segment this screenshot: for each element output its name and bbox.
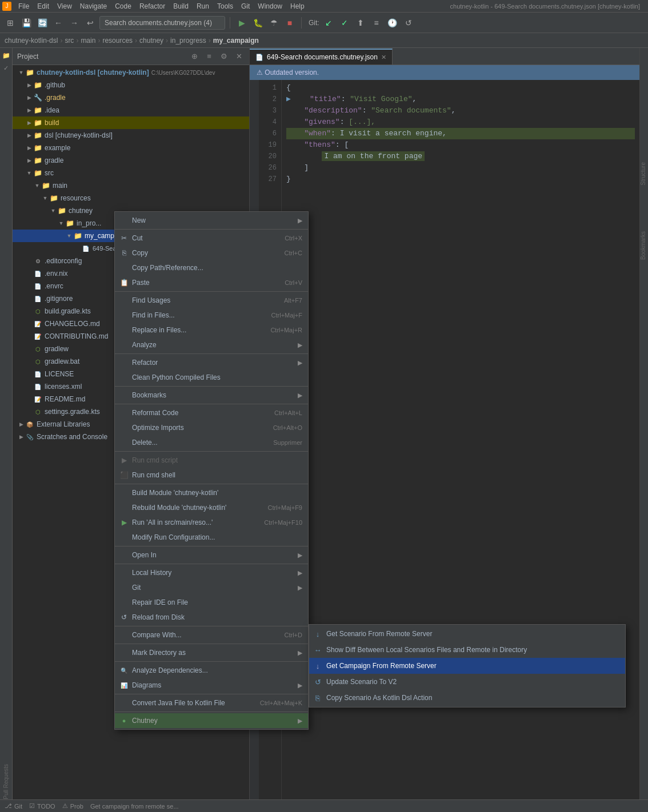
- chutney-item-update-scenario[interactable]: ↺ Update Scenario To V2: [309, 674, 625, 690]
- toolbar-forward-btn[interactable]: →: [67, 16, 81, 30]
- tree-root[interactable]: ▼ 📁 chutney-kotlin-dsl [chutney-kotlin] …: [13, 66, 249, 79]
- tree-icon-gradlew: ⬡: [33, 344, 42, 353]
- ctx-diagrams[interactable]: 📊 Diagrams ▶: [115, 678, 308, 693]
- ctx-modify-run[interactable]: Modify Run Configuration...: [115, 530, 308, 545]
- tree-item-main[interactable]: ▼ 📁 main: [13, 179, 249, 192]
- git-more-btn[interactable]: ≡: [370, 16, 383, 30]
- breadcrumb-item-0[interactable]: chutney-kotlin-dsl: [5, 37, 58, 45]
- chutney-item-show-diff[interactable]: ↔ Show Diff Between Local Scenarios File…: [309, 642, 625, 658]
- tree-item-gradle2[interactable]: ▶ 📁 gradle: [13, 154, 249, 167]
- tree-item-build[interactable]: ▶ 📁 build: [13, 116, 249, 129]
- toolbar-back-btn[interactable]: ←: [51, 16, 65, 30]
- toolbar-project-btn[interactable]: ⊞: [3, 16, 17, 30]
- chutney-item-get-campaign[interactable]: ↓ Get Campaign From Remote Server: [309, 658, 625, 674]
- toolbar-undo-btn[interactable]: ↩: [83, 16, 97, 30]
- ctx-run-all[interactable]: ▶ Run 'All in src/main/reso...' Ctrl+Maj…: [115, 515, 308, 530]
- tree-item-gradle[interactable]: ▶ 🔧 .gradle: [13, 91, 249, 104]
- breadcrumb-item-6[interactable]: my_campaign: [213, 37, 259, 45]
- menu-run[interactable]: Run: [193, 1, 213, 11]
- chutney-item-get-scenario[interactable]: ↓ Get Scenario From Remote Server: [309, 626, 625, 642]
- tree-item-github[interactable]: ▶ 📁 .github: [13, 79, 249, 91]
- revert-btn[interactable]: ↺: [402, 16, 415, 30]
- ctx-reload-disk[interactable]: ↺ Reload from Disk: [115, 610, 308, 625]
- ctx-chutney[interactable]: ● Chutney ▶: [115, 713, 308, 728]
- tree-item-idea[interactable]: ▶ 📁 .idea: [13, 104, 249, 116]
- menu-navigate[interactable]: Navigate: [77, 1, 110, 11]
- ctx-build-module[interactable]: Build Module 'chutney-kotlin': [115, 485, 308, 500]
- ctx-open-in[interactable]: Open In ▶: [115, 548, 308, 562]
- panel-close-icon[interactable]: ✕: [233, 51, 245, 62]
- ctx-copy[interactable]: ⎘ Copy Ctrl+C: [115, 246, 308, 260]
- run-btn[interactable]: ▶: [235, 16, 249, 30]
- ctx-optimize-imports[interactable]: Optimize Imports Ctrl+Alt+O: [115, 420, 308, 435]
- status-todo-item[interactable]: ☑ TODO: [29, 802, 55, 810]
- git-branches-btn[interactable]: ⬆: [354, 16, 367, 30]
- tree-item-resources[interactable]: ▼ 📁 resources: [13, 192, 249, 204]
- ctx-refactor[interactable]: Refactor ▶: [115, 355, 308, 370]
- pull-requests-label[interactable]: Pull Requests: [3, 759, 9, 799]
- ctx-compare-with[interactable]: Compare With... Ctrl+D: [115, 628, 308, 642]
- structure-label[interactable]: Structure: [640, 162, 646, 186]
- history-btn[interactable]: 🕐: [386, 16, 399, 30]
- ctx-replace-files[interactable]: Replace in Files... Ctrl+Maj+R: [115, 323, 308, 337]
- ctx-convert-java[interactable]: Convert Java File to Kotlin File Ctrl+Al…: [115, 696, 308, 710]
- breadcrumb-item-3[interactable]: resources: [102, 37, 133, 45]
- ctx-bookmarks[interactable]: Bookmarks ▶: [115, 388, 308, 403]
- ctx-repair-ide[interactable]: Repair IDE on File: [115, 595, 308, 610]
- coverage-btn[interactable]: ☂: [267, 16, 281, 30]
- git-pull-btn[interactable]: ↙: [322, 16, 335, 30]
- git-push-btn[interactable]: ✓: [338, 16, 351, 30]
- bookmarks-label[interactable]: Bookmarks: [640, 231, 646, 260]
- ctx-paste[interactable]: 📋 Paste Ctrl+V: [115, 275, 308, 290]
- menu-window[interactable]: Window: [254, 1, 286, 11]
- breadcrumb-item-4[interactable]: chutney: [139, 37, 163, 45]
- ctx-find-files[interactable]: Find in Files... Ctrl+Maj+F: [115, 308, 308, 323]
- ctx-analyze-arrow: ▶: [298, 341, 302, 349]
- status-git-item[interactable]: ⎇ Git: [5, 802, 22, 810]
- panel-list-icon[interactable]: ≡: [203, 51, 215, 62]
- ctx-rebuild-module[interactable]: Rebuild Module 'chutney-kotlin' Ctrl+Maj…: [115, 500, 308, 515]
- stop-btn[interactable]: ■: [283, 16, 297, 30]
- ctx-reformat[interactable]: Reformat Code Ctrl+Alt+L: [115, 405, 308, 420]
- menu-view[interactable]: View: [54, 1, 75, 11]
- ctx-cut[interactable]: ✂ Cut Ctrl+X: [115, 231, 308, 246]
- ctx-run-cmd-shell[interactable]: ⬛ Run cmd shell: [115, 468, 308, 483]
- toolbar-save-btn[interactable]: 💾: [19, 16, 33, 30]
- status-prob-item[interactable]: ⚠ Prob: [62, 802, 83, 810]
- panel-add-icon[interactable]: ⊕: [189, 51, 200, 62]
- menu-build[interactable]: Build: [170, 1, 192, 11]
- ctx-git[interactable]: Git ▶: [115, 580, 308, 595]
- ctx-new[interactable]: New ▶: [115, 213, 308, 228]
- menu-git[interactable]: Git: [238, 1, 253, 11]
- menu-refactor[interactable]: Refactor: [136, 1, 169, 11]
- sidebar-commit-icon[interactable]: ✓: [1, 63, 11, 73]
- search-input[interactable]: [99, 16, 225, 30]
- debug-btn[interactable]: 🐛: [251, 16, 265, 30]
- editor-tab-main[interactable]: 📄 649-Search documents.chutney.json ✕: [250, 49, 393, 65]
- ctx-sep-11: [115, 661, 308, 662]
- ctx-analyze[interactable]: Analyze ▶: [115, 337, 308, 352]
- tree-item-src[interactable]: ▼ 📁 src: [13, 167, 249, 179]
- toolbar-sync-btn[interactable]: 🔄: [35, 16, 49, 30]
- menu-help[interactable]: Help: [287, 1, 308, 11]
- tree-item-example[interactable]: ▶ 📁 example: [13, 142, 249, 154]
- chutney-item-copy-scenario[interactable]: ⎘ Copy Scenario As Kotlin Dsl Action: [309, 690, 625, 706]
- tree-item-dsl[interactable]: ▶ 📁 dsl [chutney-kotlin-dsl]: [13, 129, 249, 142]
- breadcrumb-item-5[interactable]: in_progress: [170, 37, 206, 45]
- ctx-find-usages[interactable]: Find Usages Alt+F7: [115, 293, 308, 308]
- menu-code[interactable]: Code: [111, 1, 135, 11]
- ctx-copy-path[interactable]: Copy Path/Reference...: [115, 260, 308, 275]
- menu-file[interactable]: File: [15, 1, 33, 11]
- menu-edit[interactable]: Edit: [34, 1, 53, 11]
- breadcrumb-item-2[interactable]: main: [81, 37, 95, 45]
- ctx-local-history[interactable]: Local History ▶: [115, 565, 308, 580]
- ctx-mark-dir[interactable]: Mark Directory as ▶: [115, 645, 308, 660]
- ctx-clean-python[interactable]: Clean Python Compiled Files: [115, 370, 308, 385]
- menu-tools[interactable]: Tools: [214, 1, 237, 11]
- breadcrumb-item-1[interactable]: src: [65, 37, 74, 45]
- panel-gear-icon[interactable]: ⚙: [218, 51, 230, 62]
- ctx-analyze-deps[interactable]: 🔍 Analyze Dependencies...: [115, 663, 308, 678]
- sidebar-project-icon[interactable]: 📁: [1, 50, 11, 61]
- ctx-delete[interactable]: Delete... Supprimer: [115, 435, 308, 450]
- tab-close-btn[interactable]: ✕: [381, 54, 386, 61]
